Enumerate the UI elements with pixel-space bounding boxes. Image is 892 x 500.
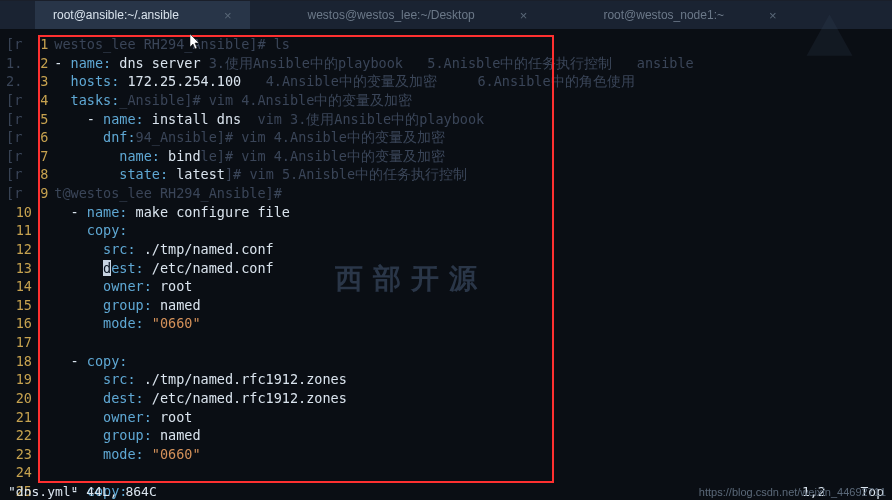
- tab-desktop[interactable]: westos@westos_lee:~/Desktop ×: [290, 1, 546, 29]
- terminal-editor[interactable]: [r1westos_lee RH294_Ansible]# ls 1.2- na…: [0, 29, 892, 500]
- tab-label: westos@westos_lee:~/Desktop: [308, 8, 475, 22]
- close-icon[interactable]: ×: [769, 8, 777, 23]
- tab-label: root@westos_node1:~: [603, 8, 724, 22]
- tab-bar: root@ansible:~/.ansible × westos@westos_…: [0, 1, 892, 29]
- tab-node1[interactable]: root@westos_node1:~ ×: [585, 1, 794, 29]
- close-icon[interactable]: ×: [224, 8, 232, 23]
- watermark-url: https://blog.csdn.net/weixin_44692711: [699, 486, 886, 498]
- tab-label: root@ansible:~/.ansible: [53, 8, 179, 22]
- status-file: "dns.yml" 44L, 864C: [8, 484, 157, 499]
- tab-ansible[interactable]: root@ansible:~/.ansible ×: [35, 1, 250, 29]
- close-icon[interactable]: ×: [520, 8, 528, 23]
